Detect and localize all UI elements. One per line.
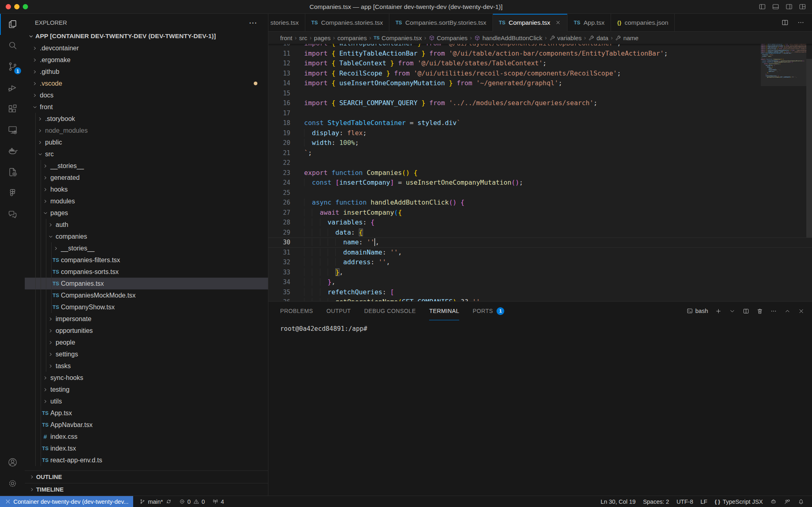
tree-item-docs[interactable]: docs: [25, 89, 268, 101]
code-line[interactable]: 31 domainName: '',: [268, 248, 812, 258]
tree-item-pages[interactable]: pages: [25, 207, 268, 219]
code-line[interactable]: 10import { WithTopBarContainer } from '@…: [268, 44, 812, 49]
close-tab-icon[interactable]: [555, 19, 561, 26]
code-line[interactable]: 28 variables: {: [268, 218, 812, 228]
tab-Companies.stories.tsx[interactable]: TSCompanies.stories.tsx: [305, 14, 389, 31]
code-editor[interactable]: 10import { WithTopBarContainer } from '@…: [268, 44, 812, 301]
tree-item-Companies.tsx[interactable]: TSCompanies.tsx: [25, 278, 268, 289]
breadcrumb-item-name[interactable]: name: [615, 35, 639, 41]
activity-item-extensions[interactable]: [0, 98, 25, 119]
panel-tab-ports[interactable]: PORTS1: [473, 302, 504, 320]
tree-item-react-app-env.d.ts[interactable]: TSreact-app-env.d.ts: [25, 454, 268, 466]
activity-item-search[interactable]: [0, 35, 25, 56]
code-line[interactable]: 14import { useInsertOneCompanyMutation }…: [268, 78, 812, 88]
activity-item-figma[interactable]: [0, 183, 25, 204]
customize-layout-icon[interactable]: [799, 3, 806, 11]
tree-item-public[interactable]: public: [25, 136, 268, 148]
breadcrumb-item-front[interactable]: front: [280, 35, 292, 41]
toggle-panel-icon[interactable]: [772, 3, 780, 11]
split-editor-icon[interactable]: [781, 19, 789, 26]
activity-item-remote-explorer[interactable]: [0, 119, 25, 140]
tree-item-sync-hooks[interactable]: sync-hooks: [25, 372, 268, 384]
tree-item-impersonate[interactable]: impersonate: [25, 313, 268, 325]
activity-item-explorer[interactable]: [0, 14, 25, 35]
tree-item-companies-sorts.tsx[interactable]: TScompanies-sorts.tsx: [25, 266, 268, 278]
code-line[interactable]: 20 width: 100%;: [268, 138, 812, 148]
tree-item-AppNavbar.tsx[interactable]: TSAppNavbar.tsx: [25, 419, 268, 431]
status-encoding[interactable]: UTF-8: [673, 496, 697, 507]
tree-item-people[interactable]: people: [25, 337, 268, 348]
code-line[interactable]: 33 },: [268, 268, 812, 278]
tree-item-opportunities[interactable]: opportunities: [25, 325, 268, 337]
status-feedback[interactable]: [780, 496, 794, 507]
tab-Companies.tsx[interactable]: TSCompanies.tsx: [493, 14, 568, 32]
status-git-branch[interactable]: main*: [136, 496, 175, 507]
activity-item-account[interactable]: [0, 452, 25, 473]
tree-item-generated[interactable]: generated: [25, 172, 268, 183]
minimize-window-button[interactable]: [14, 4, 19, 9]
tree-item-companies[interactable]: companies: [25, 231, 268, 242]
code-line[interactable]: 11import { EntityTableActionBar } from '…: [268, 49, 812, 59]
tree-item-.vscode[interactable]: .vscode: [25, 78, 268, 89]
new-terminal-icon[interactable]: [715, 308, 722, 315]
activity-item-container-tools[interactable]: [0, 162, 25, 183]
tree-item-settings[interactable]: settings: [25, 348, 268, 360]
chevron-down-icon[interactable]: [729, 308, 736, 315]
code-line[interactable]: 15: [268, 88, 812, 99]
terminal-shell-selector[interactable]: bash: [687, 308, 708, 314]
activity-item-settings[interactable]: [0, 473, 25, 494]
explorer-more-actions-icon[interactable]: ⋯: [249, 21, 257, 25]
editor-more-actions-icon[interactable]: [797, 19, 805, 26]
minimap[interactable]: import { WithTopBarContainer } from '@/u…: [761, 44, 806, 301]
tree-item-node_modules[interactable]: node_modules: [25, 125, 268, 136]
activity-item-comments[interactable]: [0, 204, 25, 225]
status-problems[interactable]: 00: [175, 496, 209, 507]
activity-item-docker[interactable]: [0, 140, 25, 162]
tree-item-src[interactable]: src: [25, 148, 268, 160]
code-line[interactable]: 16import { SEARCH_COMPANY_QUERY } from '…: [268, 98, 812, 108]
code-line[interactable]: 27 await insertCompany({: [268, 208, 812, 218]
status-language-mode[interactable]: { }TypeScript JSX: [711, 496, 767, 507]
tree-item-__stories__[interactable]: __stories__: [25, 160, 268, 172]
breadcrumb-item-Companies[interactable]: Companies: [429, 35, 468, 41]
tab-App.tsx[interactable]: TSApp.tsx: [568, 14, 611, 31]
tree-item-utils[interactable]: utils: [25, 395, 268, 407]
sidebar-section-timeline[interactable]: TIMELINE: [25, 483, 268, 496]
close-panel-icon[interactable]: [798, 308, 805, 315]
tree-item-companies-filters.tsx[interactable]: TScompanies-filters.tsx: [25, 254, 268, 266]
panel-tab-debug-console[interactable]: DEBUG CONSOLE: [364, 302, 416, 320]
activity-item-source-control[interactable]: 1: [0, 56, 25, 77]
toggle-sidebar-right-icon[interactable]: [785, 3, 793, 11]
code-line[interactable]: 23export function Companies() {: [268, 168, 812, 178]
code-line[interactable]: 17: [268, 108, 812, 119]
code-line[interactable]: 34 },: [268, 277, 812, 287]
tree-item-hooks[interactable]: hooks: [25, 183, 268, 195]
tab-stories.tsx[interactable]: stories.tsx: [268, 14, 305, 31]
breadcrumb-item-variables[interactable]: variables: [549, 35, 582, 41]
tree-item-front[interactable]: front: [25, 101, 268, 113]
tree-item-index.css[interactable]: #index.css: [25, 431, 268, 442]
terminal-output[interactable]: root@0a42ecd84891:/app#: [268, 320, 812, 496]
more-actions-icon[interactable]: [770, 308, 777, 315]
code-line[interactable]: 35 refetchQueries: [: [268, 287, 812, 298]
code-line[interactable]: 24 const [insertCompany] = useInsertOneC…: [268, 178, 812, 188]
code-line[interactable]: 18const StyledTableContainer = styled.di…: [268, 118, 812, 128]
status-copilot[interactable]: [767, 496, 780, 507]
tree-item-index.tsx[interactable]: TSindex.tsx: [25, 442, 268, 454]
toggle-sidebar-left-icon[interactable]: [758, 3, 766, 11]
tree-item-App.tsx[interactable]: TSApp.tsx: [25, 407, 268, 419]
tree-item-.github[interactable]: .github: [25, 66, 268, 78]
maximize-panel-icon[interactable]: [784, 308, 791, 315]
tree-item-CompanyShow.tsx[interactable]: TSCompanyShow.tsx: [25, 301, 268, 313]
kill-terminal-icon[interactable]: [756, 308, 763, 315]
breadcrumb-item-companies[interactable]: companies: [337, 35, 367, 41]
tab-Companies.sortBy.stories.tsx[interactable]: TSCompanies.sortBy.stories.tsx: [389, 14, 493, 31]
tree-item-.devcontainer[interactable]: .devcontainer: [25, 42, 268, 54]
breadcrumb-item-handleAddButtonClick[interactable]: handleAddButtonClick: [474, 35, 542, 41]
tree-item-.ergomake[interactable]: .ergomake: [25, 54, 268, 66]
split-terminal-icon[interactable]: [743, 308, 749, 315]
tree-item-auth[interactable]: auth: [25, 219, 268, 231]
breadcrumb-item-pages[interactable]: pages: [314, 35, 330, 41]
panel-tab-terminal[interactable]: TERMINAL: [429, 302, 459, 320]
editor-scrollbar[interactable]: [806, 59, 812, 237]
